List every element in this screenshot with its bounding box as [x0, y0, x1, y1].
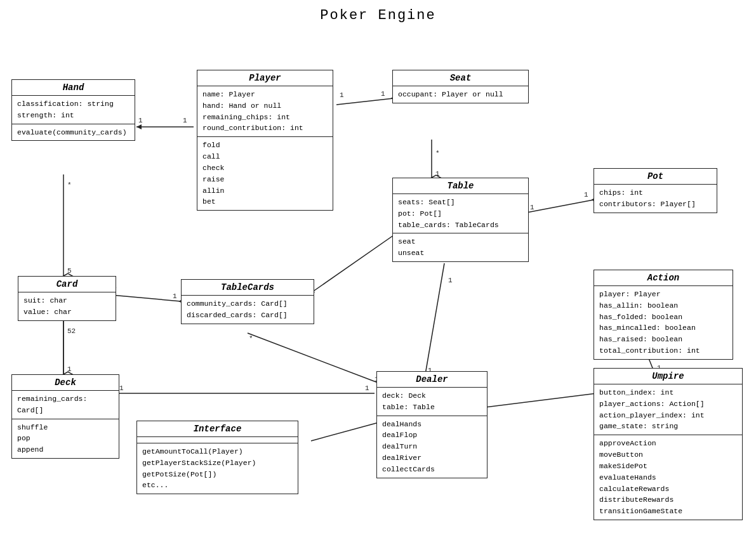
- hand-title: Hand: [12, 80, 135, 96]
- table-title: Table: [393, 178, 528, 194]
- svg-text:*: *: [249, 335, 253, 343]
- umpire-title: Umpire: [594, 369, 742, 384]
- svg-line-4: [336, 98, 394, 105]
- deck-box: Deck remaining_cards: Card[] shufflepopa…: [11, 374, 119, 459]
- table-attributes: seats: Seat[]pot: Pot[]table_cards: Tabl…: [393, 194, 528, 233]
- svg-text:1: 1: [183, 117, 187, 124]
- card-title: Card: [18, 277, 116, 292]
- hand-methods: evaluate(community_cards): [12, 124, 135, 141]
- interface-attributes: [137, 437, 298, 443]
- svg-text:1: 1: [381, 90, 385, 98]
- table-box: Table seats: Seat[]pot: Pot[]table_cards…: [392, 178, 529, 262]
- svg-text:1: 1: [340, 91, 344, 99]
- pot-attributes: chips: intcontributors: Player[]: [594, 185, 717, 213]
- svg-text:*: *: [435, 150, 440, 157]
- pot-box: Pot chips: intcontributors: Player[]: [594, 168, 717, 213]
- svg-text:5: 5: [67, 267, 72, 275]
- svg-text:1: 1: [530, 204, 534, 211]
- seat-box: Seat occupant: Player or null: [392, 70, 529, 103]
- tablecards-attributes: community_cards: Card[]discarded_cards: …: [182, 296, 314, 324]
- dealer-attributes: deck: Decktable: Table: [377, 388, 487, 416]
- page-title: Poker Engine: [0, 0, 756, 23]
- player-box: Player name: Playerhand: Hand or nullrem…: [197, 70, 333, 211]
- svg-text:1: 1: [584, 191, 588, 199]
- svg-line-24: [111, 295, 181, 301]
- umpire-attributes: button_index: intplayer_actions: Action[…: [594, 384, 742, 435]
- action-attributes: player: Playerhas_allin: booleanhas_fold…: [594, 286, 733, 359]
- deck-title: Deck: [12, 375, 119, 391]
- svg-text:52: 52: [67, 327, 76, 335]
- dealer-title: Dealer: [377, 372, 487, 388]
- table-methods: seatunseat: [393, 233, 528, 261]
- interface-methods: getAmountToCall(Player)getPlayerStackSiz…: [137, 443, 298, 494]
- hand-attributes: classification: stringstrength: int: [12, 96, 135, 124]
- card-attributes: suit: charvalue: char: [18, 292, 116, 320]
- svg-text:1: 1: [67, 365, 72, 373]
- svg-line-32: [248, 333, 381, 384]
- svg-text:*: *: [67, 181, 72, 189]
- tablecards-title: TableCards: [182, 280, 314, 296]
- tablecards-box: TableCards community_cards: Card[]discar…: [181, 279, 314, 324]
- svg-text:1: 1: [119, 384, 124, 392]
- player-attributes: name: Playerhand: Hand or nullremaining_…: [197, 86, 333, 137]
- seat-title: Seat: [393, 70, 528, 86]
- svg-text:1: 1: [448, 277, 453, 284]
- action-title: Action: [594, 270, 733, 286]
- action-box: Action player: Playerhas_allin: booleanh…: [594, 270, 733, 360]
- interface-box: Interface getAmountToCall(Player)getPlay…: [136, 421, 298, 494]
- umpire-methods: approveActionmoveButtonmakeSidePotevalua…: [594, 435, 742, 520]
- player-title: Player: [197, 70, 333, 86]
- svg-line-12: [527, 200, 594, 213]
- seat-attributes: occupant: Player or null: [393, 86, 528, 103]
- svg-text:1: 1: [173, 292, 177, 300]
- svg-text:1: 1: [435, 170, 440, 178]
- player-methods: foldcallcheckraiseallinbet: [197, 137, 333, 210]
- svg-text:1: 1: [138, 117, 143, 124]
- dealer-methods: dealHandsdealFlopdealTurndealRivercollec…: [377, 416, 487, 478]
- deck-attributes: remaining_cards: Card[]: [12, 391, 119, 419]
- pot-title: Pot: [594, 169, 717, 185]
- svg-line-43: [311, 422, 381, 441]
- dealer-box: Dealer deck: Decktable: Table dealHandsd…: [376, 371, 487, 478]
- umpire-box: Umpire button_index: intplayer_actions: …: [594, 368, 743, 520]
- card-box: Card suit: charvalue: char: [18, 276, 116, 321]
- interface-title: Interface: [137, 421, 298, 437]
- svg-text:1: 1: [365, 384, 369, 392]
- svg-line-39: [425, 263, 444, 374]
- hand-box: Hand classification: stringstrength: int…: [11, 79, 135, 141]
- deck-methods: shufflepopappend: [12, 419, 119, 458]
- svg-marker-3: [136, 124, 142, 129]
